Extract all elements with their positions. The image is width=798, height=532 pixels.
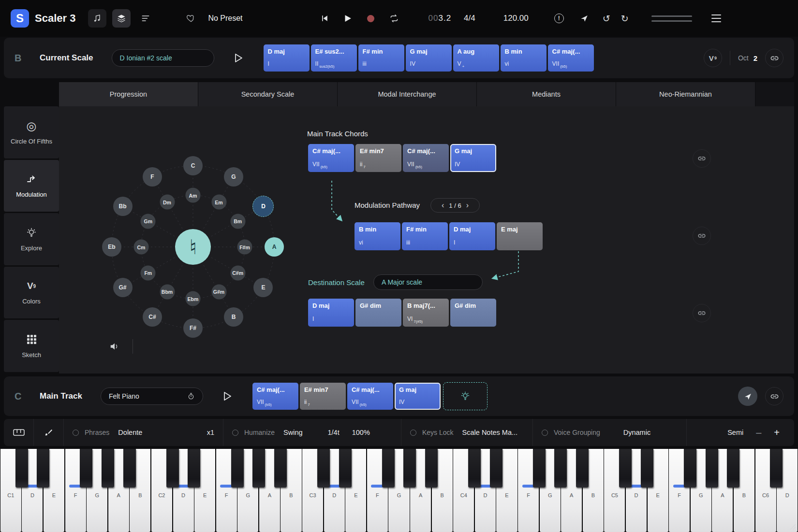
tab-mediants[interactable]: Mediants [477,82,616,106]
voice-grouping-value[interactable]: Dynamic [623,429,650,436]
chord-pad-b-min[interactable]: B minvi [355,222,400,250]
chord-pad-c#-maj-[interactable]: C# maj(...VII(b5) [308,144,354,172]
humanize-rate[interactable]: 1/4t [328,429,340,436]
piano-black-key[interactable] [490,449,502,488]
cof-node-Bm[interactable]: Bm [230,214,245,229]
piano-black-key[interactable] [554,449,567,488]
prev-page-button[interactable]: ‹ [442,201,444,209]
tab-neo-riemannian[interactable]: Neo-Riemannian [616,82,755,106]
cof-node-Gm[interactable]: Gm [141,214,156,229]
cof-node-E[interactable]: E [253,278,273,297]
favorite-button[interactable] [182,9,200,28]
piano-black-key[interactable] [576,449,589,488]
cof-node-G[interactable]: G [224,167,243,187]
chord-pad-g#-dim[interactable]: G# dim [450,299,496,327]
tab-modal-interchange[interactable]: Modal Interchange [338,82,476,106]
piano-black-key[interactable] [274,449,287,488]
tab-secondary-scale[interactable]: Secondary Scale [198,82,337,106]
piano-black-key[interactable] [166,449,179,488]
cof-node-C[interactable]: C [183,156,203,175]
scale-select[interactable]: D Ionian #2 scale [112,49,214,67]
sidebar-item-sketch[interactable]: Sketch [4,320,59,372]
semi-increment-button[interactable]: + [774,427,780,438]
phrases-value[interactable]: Dolente [118,429,142,436]
sidebar-item-circle-of-fifths[interactable]: ◎ Circle Of Fifths [4,106,59,158]
piano-black-key[interactable] [339,449,352,488]
layers-button[interactable] [112,9,131,28]
voice-grouping-radio[interactable] [542,430,548,436]
suggest-chord-button[interactable] [443,382,488,410]
cof-node-Eb[interactable]: Eb [102,237,121,257]
menu-button[interactable] [711,14,721,24]
piano-black-key[interactable] [425,449,438,488]
phrases-radio[interactable] [73,430,79,436]
cof-node-D[interactable]: D [252,196,274,217]
track-export-button[interactable] [738,387,757,406]
link-pathway-button[interactable] [693,227,711,245]
link-main-chords-button[interactable] [693,149,711,168]
tab-progression[interactable]: Progression [59,82,198,106]
chord-pad-d-maj[interactable]: D majI [308,299,354,327]
semi-decrement-button[interactable]: – [756,427,761,438]
keys-lock-radio[interactable] [410,430,416,436]
cof-node-C#m[interactable]: C#m [230,265,245,280]
resize-grip[interactable] [789,523,797,531]
piano-black-key[interactable] [252,449,265,488]
chord-pad-d-maj[interactable]: D majI [264,44,310,72]
link-destination-button[interactable] [693,304,711,322]
share-button[interactable] [575,9,593,28]
list-view-button[interactable] [136,9,155,28]
chord-pad-c#-maj-[interactable]: C# maj(...VII(b5) [548,44,594,72]
dest-scale-select[interactable]: A Major scale [373,274,483,290]
chord-pad-e#-min7[interactable]: E# min7ii7 [355,144,401,172]
piano-black-key[interactable] [403,449,416,488]
piano-black-key[interactable] [533,449,546,488]
bpm-display[interactable]: 120.00 [503,14,529,23]
cof-node-F#[interactable]: F# [183,318,203,338]
voicing-button[interactable]: V9 [704,49,722,67]
play-track-button[interactable] [222,390,233,402]
cof-node-F#m[interactable]: F#m [237,240,252,255]
piano-black-key[interactable] [468,449,481,488]
octave-value[interactable]: 2 [754,54,757,62]
next-page-button[interactable]: › [466,201,469,209]
piano-black-key[interactable] [80,449,92,488]
piano-black-key[interactable] [382,449,395,488]
volume-divider[interactable] [133,339,133,354]
phrases-multiplier[interactable]: x1 [207,429,214,436]
chord-pad-a-aug[interactable]: A augV+ [453,44,499,72]
piano-black-key[interactable] [123,449,136,488]
play-button[interactable] [339,9,357,28]
preset-name[interactable]: No Preset [208,14,242,23]
chord-pad-g-maj[interactable]: G majIV [450,144,496,172]
chord-pad-e#-sus2-[interactable]: E# sus2...IIsus2(b5) [311,44,357,72]
humanize-value[interactable]: Swing [283,429,303,436]
sidebar-item-colors[interactable]: V9 Colors [4,267,59,319]
cof-node-Bb[interactable]: Bb [113,197,133,216]
track-link-button[interactable] [765,387,783,405]
cof-node-F[interactable]: F [143,167,162,187]
piano-black-key[interactable] [770,449,783,488]
play-scale-button[interactable] [233,52,244,64]
chord-pad-e#-min7[interactable]: E# min7ii7 [300,383,346,410]
chord-pad-b-maj7-[interactable]: B maj7(...VI7(#5) [403,299,449,327]
loop-button[interactable] [385,9,403,28]
cof-node-Cm[interactable]: Cm [134,240,149,255]
sidebar-item-modulation[interactable]: Modulation [4,160,59,212]
articulation-button[interactable] [34,419,64,446]
cof-node-Ebm[interactable]: Ebm [186,291,201,306]
humanize-amount[interactable]: 100% [352,429,370,436]
piano-black-key[interactable] [102,449,114,488]
chord-pad-g-maj[interactable]: G majIV [395,383,441,410]
cof-node-Dm[interactable]: Dm [160,195,175,210]
chord-pad-e-maj[interactable]: E maj [497,222,543,250]
cof-node-A[interactable]: A [265,237,284,257]
cof-node-Fm[interactable]: Fm [141,265,156,280]
fader-icon[interactable] [651,14,692,23]
skip-start-button[interactable] [315,9,334,28]
chord-pad-g#-dim[interactable]: G# dim [355,299,401,327]
chord-pad-f#-min[interactable]: F# miniii [358,44,404,72]
piano-black-key[interactable] [317,449,330,488]
chord-pad-g-maj[interactable]: G majIV [406,44,452,72]
alert-button[interactable]: ! [550,9,568,28]
